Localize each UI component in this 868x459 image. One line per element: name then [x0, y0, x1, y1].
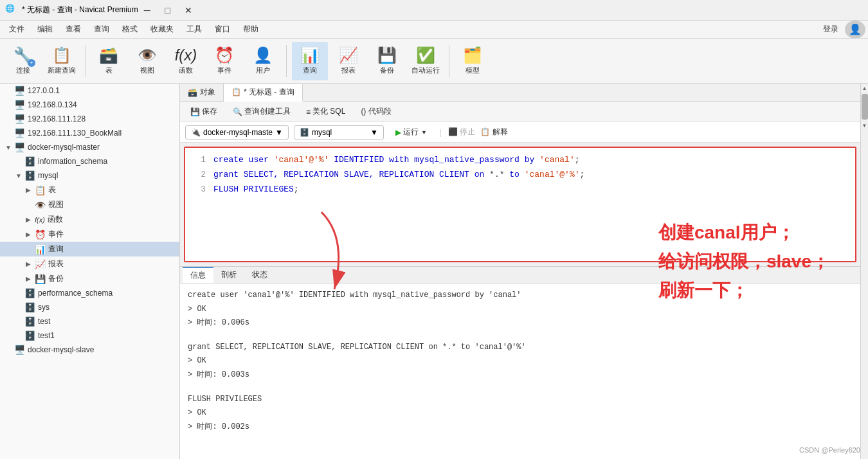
view-button[interactable]: 👁️ 视图: [129, 42, 165, 80]
result-tab-status[interactable]: 状态: [244, 267, 275, 282]
object-tab-icon: 🗃️: [188, 88, 197, 97]
tree-label-perf-schema: performance_schema: [38, 289, 113, 298]
sql-editor[interactable]: 1create user 'canal'@'%' IDENTIFIED with…: [184, 147, 856, 262]
save-icon: 💾: [190, 107, 200, 116]
sidebar-item-reports[interactable]: ▶📈报表: [0, 256, 179, 271]
sidebar-item-test1[interactable]: 🗄️test1: [0, 328, 179, 343]
scroll-down-button[interactable]: ▼: [861, 121, 869, 130]
action-bar: 💾 保存 🔍 查询创建工具 ≡ 美化 SQL () 代码段: [180, 102, 860, 122]
sidebar-item-views[interactable]: 👁️视图: [0, 197, 179, 212]
function-button[interactable]: f(x) 函数: [168, 42, 204, 80]
sidebar-item-events[interactable]: ▶⏰事件: [0, 227, 179, 242]
event-button[interactable]: ⏰ 事件: [206, 42, 242, 80]
report-button[interactable]: 📈 报表: [330, 42, 366, 80]
sql-keyword: to: [509, 170, 524, 179]
run-button[interactable]: ▶ 运行 ▼: [389, 125, 433, 140]
menu-help[interactable]: 帮助: [237, 21, 265, 37]
minimize-button[interactable]: ─: [138, 3, 156, 18]
sidebar-item-queries[interactable]: 📊查询: [0, 242, 179, 256]
sidebar-item-info-schema[interactable]: 🗄️information_schema: [0, 154, 179, 168]
save-button[interactable]: 💾 保存: [185, 104, 222, 119]
sidebar-item-sys[interactable]: 🗄️sys: [0, 300, 179, 314]
close-button[interactable]: ✕: [179, 3, 197, 18]
login-button[interactable]: 登录: [817, 21, 845, 37]
sidebar-item-tables[interactable]: ▶📋表: [0, 183, 179, 197]
toolbar-sep-1: [85, 45, 86, 77]
sidebar-item-docker-master[interactable]: ▼🖥️docker-mysql-master: [0, 140, 179, 154]
auto-run-icon: ✅: [416, 46, 435, 64]
right-scrollbar[interactable]: ▲ ▼: [860, 84, 868, 459]
query-tool-button[interactable]: 🔍 查询创建工具: [228, 104, 296, 119]
menu-view[interactable]: 查看: [59, 21, 87, 37]
tree-toggle-backups[interactable]: ▶: [26, 275, 35, 282]
sidebar-item-ip4[interactable]: 🖥️192.168.111.130_BookMall: [0, 126, 179, 140]
connect-button[interactable]: 🔧 + 连接: [5, 42, 41, 80]
code-snippet-button[interactable]: () 代码段: [356, 104, 396, 119]
menu-bar: 文件 编辑 查看 查询 格式 收藏夹 工具 窗口 帮助 登录 👤: [0, 21, 868, 39]
stop-button[interactable]: ⬛ 停止: [448, 127, 475, 138]
menu-favorites[interactable]: 收藏夹: [144, 21, 180, 37]
db-icon-mysql: 🗄️: [24, 170, 35, 181]
sidebar-item-perf-schema[interactable]: 🗄️performance_schema: [0, 286, 179, 300]
tab-objects[interactable]: 🗃️ 对象: [180, 84, 224, 101]
tree-toggle-tables[interactable]: ▶: [26, 186, 35, 194]
db-icon-sys: 🗄️: [24, 302, 35, 312]
menu-tools[interactable]: 工具: [180, 21, 208, 37]
tree-label-views: 视图: [48, 199, 64, 210]
tree-label-info-schema: information_schema: [38, 157, 107, 166]
sidebar-item-ip3[interactable]: 🖥️192.168.111.128: [0, 112, 179, 126]
tree-toggle-functions[interactable]: ▶: [26, 216, 35, 223]
new-query-button[interactable]: 📋 新建查询: [44, 42, 80, 80]
query-icon: 📊: [300, 46, 320, 64]
explain-button[interactable]: 📋 解释: [480, 127, 507, 138]
tab-query[interactable]: 📋 * 无标题 - 查询: [224, 84, 303, 102]
backup-button[interactable]: 💾 备份: [369, 42, 405, 80]
server-icon-ip3: 🖥️: [14, 114, 25, 124]
table-group-icon: 📋: [35, 185, 46, 195]
sql-line-2: 2grant SELECT, REPLICATION SLAVE, REPLIC…: [185, 168, 855, 183]
menu-window[interactable]: 窗口: [208, 21, 237, 37]
model-button[interactable]: 🗂️ 模型: [455, 42, 491, 80]
line-number-1: 1: [190, 154, 206, 167]
result-time-2: > 时间: 0.002s: [188, 420, 853, 435]
sidebar-item-backups[interactable]: ▶💾备份: [0, 271, 179, 286]
menu-format[interactable]: 格式: [116, 21, 144, 37]
tree-toggle-docker-master[interactable]: ▼: [5, 144, 14, 151]
db-dropdown-arrow-icon: ▼: [370, 128, 378, 137]
menu-file[interactable]: 文件: [3, 21, 31, 37]
database-select[interactable]: 🗄️ mysql ▼: [294, 125, 384, 140]
user-avatar[interactable]: 👤: [845, 21, 865, 39]
sidebar-item-docker-slave[interactable]: 🖥️docker-mysql-slave: [0, 343, 179, 357]
sidebar-item-ip1[interactable]: 🖥️127.0.0.1: [0, 84, 179, 98]
menu-edit[interactable]: 编辑: [31, 21, 59, 37]
connection-select[interactable]: 🔌 docker-mysql-maste ▼: [185, 125, 289, 140]
result-tab-info[interactable]: 信息: [183, 267, 213, 283]
result-time-0: > 时间: 0.006s: [188, 316, 853, 330]
sidebar-item-test[interactable]: 🗄️test: [0, 314, 179, 328]
result-content: create user 'canal'@'%' IDENTIFIED with …: [180, 284, 860, 459]
result-ok-2: > OK: [188, 406, 853, 420]
db-icon-info-schema: 🗄️: [24, 156, 35, 166]
maximize-button[interactable]: □: [159, 3, 177, 18]
backup-group-icon: 💾: [35, 274, 46, 284]
sidebar-item-mysql[interactable]: ▼🗄️mysql: [0, 168, 179, 183]
scroll-up-button[interactable]: ▲: [861, 84, 869, 93]
scroll-thumb[interactable]: [862, 94, 868, 120]
tree-label-tables: 表: [48, 184, 56, 195]
user-button[interactable]: 👤 用户: [245, 42, 281, 80]
tree-toggle-mysql[interactable]: ▼: [15, 172, 24, 179]
auto-run-button[interactable]: ✅ 自动运行: [408, 42, 444, 80]
query-group-icon: 📊: [35, 244, 46, 255]
tree-toggle-events[interactable]: ▶: [26, 231, 35, 238]
sidebar-item-ip2[interactable]: 🖥️192.168.0.134: [0, 98, 179, 112]
sidebar-item-functions[interactable]: ▶f(x)函数: [0, 212, 179, 227]
tree-toggle-reports[interactable]: ▶: [26, 260, 35, 267]
menu-query[interactable]: 查询: [87, 21, 116, 37]
tab-bar: 🗃️ 对象 📋 * 无标题 - 查询: [180, 84, 860, 102]
beautify-sql-button[interactable]: ≡ 美化 SQL: [301, 104, 350, 119]
table-button[interactable]: 🗃️ 表: [91, 42, 127, 80]
result-tab-profile[interactable]: 剖析: [213, 267, 244, 282]
query-button[interactable]: 📊 查询: [292, 42, 328, 80]
tree-label-test: test: [38, 317, 50, 326]
server-icon-ip2: 🖥️: [14, 100, 25, 110]
